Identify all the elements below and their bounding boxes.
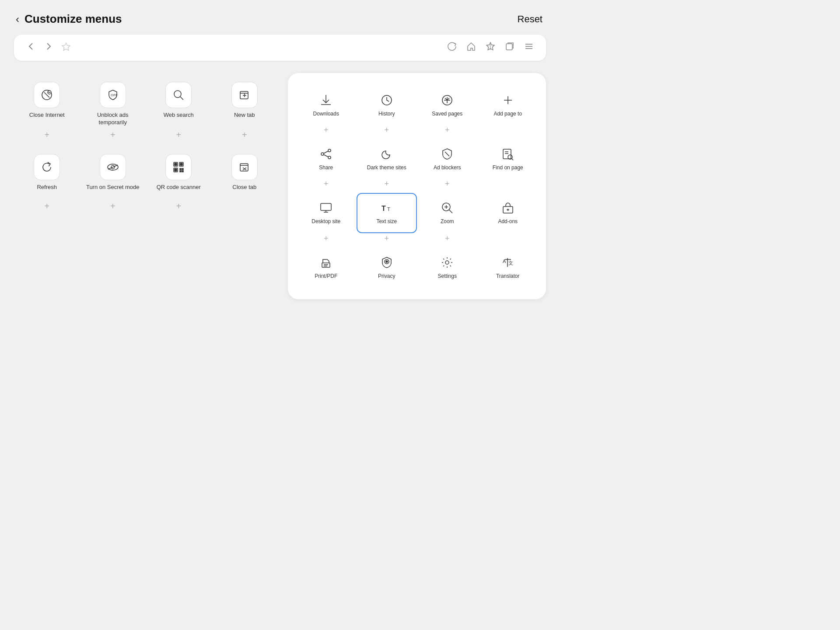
desktop-site-label: Desktop site: [312, 218, 340, 231]
panel-item-dark-theme[interactable]: Dark theme sites: [357, 139, 417, 178]
browser-bar: [14, 35, 546, 61]
item-qr-code[interactable]: QR code scanner: [146, 145, 212, 200]
panel-plus-3-1[interactable]: +: [296, 233, 357, 248]
panel-item-zoom[interactable]: Zoom: [417, 193, 478, 233]
panel-item-privacy[interactable]: Privacy: [357, 248, 417, 287]
refresh-icon[interactable]: [447, 42, 457, 54]
panel-plus-row-3: + + +: [296, 233, 538, 248]
ad-blockers-icon: [439, 146, 455, 162]
text-size-icon: T T: [379, 200, 395, 216]
svg-line-46: [445, 152, 449, 156]
back-button[interactable]: ‹: [16, 13, 19, 25]
settings-label: Settings: [438, 273, 457, 285]
history-icon: [379, 92, 395, 108]
svg-rect-29: [182, 171, 183, 172]
main-content: Close Internet OFF Unblock ads temporari…: [0, 73, 560, 299]
item-new-tab[interactable]: New tab: [212, 73, 278, 128]
refresh-label: Refresh: [37, 184, 57, 198]
add-page-icon: [500, 92, 516, 108]
svg-text:T: T: [387, 206, 390, 212]
plus-2-1[interactable]: +: [14, 200, 80, 217]
panel-item-share[interactable]: Share: [296, 139, 357, 178]
panel-plus-1-3[interactable]: +: [417, 125, 478, 139]
panel-item-add-page[interactable]: Add page to: [478, 85, 539, 125]
panel-plus-2-3[interactable]: +: [417, 178, 478, 193]
find-on-page-icon: [500, 146, 516, 162]
desktop-site-icon: [318, 200, 334, 216]
share-icon: [318, 146, 334, 162]
item-refresh[interactable]: Refresh: [14, 145, 80, 200]
panel-item-find-on-page[interactable]: Find on page: [478, 139, 539, 178]
panel-plus-3-2[interactable]: +: [357, 233, 417, 248]
svg-text:T: T: [382, 205, 386, 212]
svg-rect-3: [506, 44, 512, 50]
home-icon[interactable]: [466, 42, 476, 54]
svg-text:文: 文: [508, 260, 513, 266]
panel-item-translator[interactable]: A 文 Translator: [478, 248, 539, 287]
refresh-item-icon-wrap: [34, 154, 60, 180]
header: ‹ Customize menus Reset: [0, 0, 560, 35]
panel-plus-1-1[interactable]: +: [296, 125, 357, 139]
bookmark-icon[interactable]: [61, 42, 71, 54]
item-web-search[interactable]: Web search: [146, 73, 212, 128]
plus-1-1[interactable]: +: [14, 128, 80, 145]
panel-plus-2-2[interactable]: +: [357, 178, 417, 193]
print-pdf-label: Print/PDF: [315, 273, 337, 285]
web-search-icon-wrap: [165, 82, 192, 108]
available-items-section: Close Internet OFF Unblock ads temporari…: [14, 73, 288, 299]
menu-icon[interactable]: [524, 42, 534, 54]
panel-row-1: Downloads History: [296, 85, 538, 125]
panel-plus-2-4[interactable]: [478, 178, 539, 193]
history-label: History: [378, 111, 395, 123]
svg-marker-0: [62, 43, 70, 50]
panel-plus-1-2[interactable]: +: [357, 125, 417, 139]
svg-point-12: [174, 91, 181, 98]
saved-pages-label: Saved pages: [432, 111, 462, 123]
panel-plus-2-1[interactable]: +: [296, 178, 357, 193]
svg-line-49: [511, 159, 513, 161]
panel-item-ad-blockers[interactable]: Ad blockers: [417, 139, 478, 178]
downloads-label: Downloads: [313, 111, 339, 123]
plus-1-3[interactable]: +: [146, 128, 212, 145]
panel-item-settings[interactable]: Settings: [417, 248, 478, 287]
available-items-grid-row2: Refresh Turn on Secret mode: [14, 145, 277, 200]
panel-item-text-size[interactable]: T T Text size: [357, 193, 417, 233]
plus-1-4[interactable]: +: [212, 128, 278, 145]
ad-blockers-label: Ad blockers: [434, 164, 461, 177]
page-title: Customize menus: [24, 12, 122, 26]
item-close-internet[interactable]: Close Internet: [14, 73, 80, 128]
available-items-grid: Close Internet OFF Unblock ads temporari…: [14, 73, 277, 128]
close-internet-icon-wrap: [34, 82, 60, 108]
svg-rect-30: [240, 164, 248, 171]
panel-item-saved-pages[interactable]: Saved pages: [417, 85, 478, 125]
panel-item-history[interactable]: History: [357, 85, 417, 125]
share-label: Share: [319, 164, 333, 177]
panel-row-3: Desktop site T T Text size: [296, 193, 538, 233]
panel-item-desktop-site[interactable]: Desktop site: [296, 193, 357, 233]
panel-item-add-ons[interactable]: Add-ons: [478, 193, 539, 233]
panel-item-print-pdf[interactable]: Print/PDF: [296, 248, 357, 287]
translator-icon: A 文: [500, 255, 516, 270]
svg-rect-24: [180, 163, 182, 165]
star-toolbar-icon[interactable]: [486, 42, 495, 54]
menu-panel: Downloads History: [288, 73, 546, 299]
tabs-icon[interactable]: [505, 42, 514, 54]
add-ons-icon: [500, 200, 516, 216]
item-close-tab[interactable]: Close tab: [212, 145, 278, 200]
panel-plus-1-4[interactable]: [478, 125, 539, 139]
forward-nav-icon[interactable]: [44, 42, 53, 54]
item-secret-mode[interactable]: Turn on Secret mode: [80, 145, 146, 200]
plus-2-2[interactable]: +: [80, 200, 146, 217]
translator-label: Translator: [496, 273, 520, 285]
panel-item-downloads[interactable]: Downloads: [296, 85, 357, 125]
reset-button[interactable]: Reset: [518, 14, 542, 25]
plus-1-2[interactable]: +: [80, 128, 146, 145]
panel-plus-3-4[interactable]: [478, 233, 539, 248]
plus-2-3[interactable]: +: [146, 200, 212, 217]
item-unblock-ads[interactable]: OFF Unblock ads temporarily: [80, 73, 146, 128]
back-nav-icon[interactable]: [26, 42, 36, 54]
zoom-label: Zoom: [441, 218, 454, 231]
panel-plus-3-3[interactable]: +: [417, 233, 478, 248]
plus-2-4[interactable]: [212, 200, 278, 217]
zoom-icon: [439, 200, 455, 216]
